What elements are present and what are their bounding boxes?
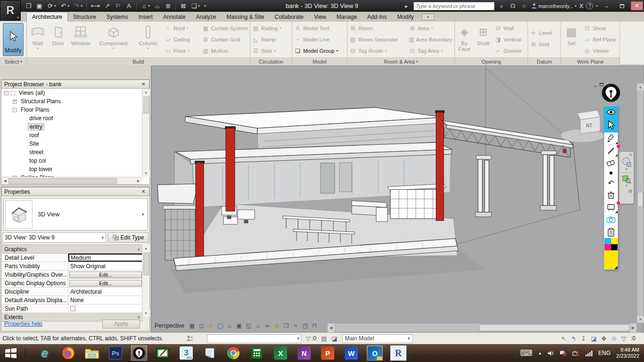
project-browser-tree[interactable]: -Views (all) +Structural Plans -Floor Pl… xyxy=(1,89,142,177)
room-button[interactable]: ⊠Room xyxy=(347,23,407,34)
default-3d-view-button[interactable]: ⌂▾ xyxy=(139,1,151,11)
panel-label-circulation[interactable]: Circulation xyxy=(250,58,292,65)
color-swatch-black[interactable] xyxy=(611,244,618,250)
set-work-plane-button[interactable]: ▦ Set xyxy=(561,23,582,57)
navigation-bar-close-icon[interactable]: ✕ xyxy=(629,153,634,157)
taskbar-screen-annotator[interactable] xyxy=(155,346,171,361)
show-analytical-model-icon[interactable]: ⌗ xyxy=(292,322,299,329)
battery-icon[interactable] xyxy=(572,350,579,356)
view-scale-label[interactable]: Perspective xyxy=(155,322,184,329)
whiteboard-button[interactable] xyxy=(604,201,618,214)
wall-button[interactable]: Wall▾ xyxy=(27,23,49,57)
workset-filter-icon[interactable]: ▽:0 xyxy=(306,335,316,342)
favorites-star-icon[interactable]: ☆ xyxy=(520,3,528,9)
section-graphics[interactable]: Graphics« xyxy=(1,245,143,254)
drag-elements-on-selection-icon[interactable]: ✥ xyxy=(601,335,606,342)
view-close-button[interactable]: ✕ xyxy=(606,83,611,89)
tab-annotate[interactable]: Annotate xyxy=(158,12,191,22)
taskbar-firefox[interactable] xyxy=(60,346,76,361)
tree-item-floor-plans[interactable]: -Floor Plans xyxy=(1,106,142,114)
visibility-graphics-edit-button[interactable]: Edit... xyxy=(69,272,142,278)
start-button[interactable] xyxy=(3,346,19,361)
hidden-icons-chevron[interactable]: ▲ xyxy=(538,351,542,355)
model-group-button[interactable]: ❏Model Group▾ xyxy=(292,45,347,57)
clock[interactable]: 9:48 AM 2/23/2022 xyxy=(616,347,639,359)
highlight-displacement-sets-icon[interactable]: ◳ xyxy=(302,322,309,329)
dots-grid-icon[interactable] xyxy=(23,346,29,361)
search-input[interactable] xyxy=(413,2,495,10)
text-button[interactable]: A xyxy=(124,1,134,11)
taskbar-internet-explorer[interactable]: e xyxy=(37,346,53,361)
detail-level-value[interactable]: Medium xyxy=(68,254,143,262)
reveal-constraints-icon[interactable]: ⊓ xyxy=(311,322,318,329)
viewer-button[interactable]: ◎Viewer xyxy=(582,45,619,57)
tab-modify[interactable]: Modify xyxy=(392,12,419,22)
tab-view[interactable]: View xyxy=(309,12,331,22)
tree-item-entry[interactable]: entry xyxy=(1,123,142,131)
tree-item-views-all[interactable]: -Views (all) xyxy=(1,89,142,97)
taskbar-powerpoint[interactable]: P xyxy=(320,346,336,361)
model-line-button[interactable]: ~Model Line xyxy=(292,34,347,45)
scroll-thumb[interactable] xyxy=(143,253,149,275)
close-icon[interactable]: ✕ xyxy=(140,81,147,87)
tab-structure[interactable]: Structure xyxy=(68,12,101,22)
taskbar-photoshop[interactable]: Ps xyxy=(107,346,124,361)
taskbar-excel[interactable]: X xyxy=(272,346,289,361)
tab-collaborate[interactable]: Collaborate xyxy=(270,12,309,22)
design-option-combo[interactable]: Main Model ▾ xyxy=(342,334,413,343)
sun-path-checkbox[interactable] xyxy=(70,306,75,311)
temporary-view-properties-icon[interactable]: ❒ xyxy=(283,322,290,329)
thin-lines-button[interactable]: ≣ xyxy=(163,1,173,11)
close-icon[interactable]: ✕ xyxy=(140,189,147,195)
signal-bars-icon[interactable] xyxy=(585,350,593,356)
sync-with-central-button[interactable]: ⟳▾ xyxy=(45,1,58,11)
current-color-swatch[interactable] xyxy=(604,250,618,269)
tree-item-roof[interactable]: roof xyxy=(1,131,142,140)
taskbar-onenote[interactable]: N xyxy=(296,346,312,361)
touch-keyboard-icon[interactable]: ⌨ xyxy=(520,348,532,358)
collapse-section-icon[interactable]: « xyxy=(136,248,141,250)
panel-label-model[interactable]: Model xyxy=(292,58,347,65)
visual-style-icon[interactable]: ◻ xyxy=(198,322,205,329)
tab-architecture[interactable]: Architecture xyxy=(26,12,68,22)
view-selector-combo[interactable]: 3D View: 3D View 9 ▾ xyxy=(2,232,106,243)
tree-item-top-tower[interactable]: top tower xyxy=(1,165,142,173)
shaft-button[interactable]: ⊞ Shaft xyxy=(474,23,493,57)
area-button[interactable]: ⊠Area▾ xyxy=(407,23,454,34)
ref-plane-button[interactable]: ▱Ref Plane xyxy=(582,34,619,45)
gear-icon[interactable]: ⚙ xyxy=(611,335,617,342)
taskbar-notepad[interactable] xyxy=(202,346,218,361)
close-hidden-windows-button[interactable]: ⊠ xyxy=(178,1,188,11)
railing-button[interactable]: ▤Railing▾ xyxy=(250,23,291,34)
view-cube[interactable]: NT xyxy=(560,107,607,146)
tab-manage[interactable]: Manage xyxy=(331,12,362,22)
panel-label-select[interactable]: Select▾ xyxy=(0,58,26,65)
taskbar-file-explorer[interactable] xyxy=(84,346,100,361)
screenshot-button[interactable] xyxy=(604,214,618,226)
modify-button[interactable]: Modify xyxy=(3,23,24,56)
select-links-icon[interactable]: ↖ xyxy=(561,335,566,342)
shadows-icon[interactable]: ◯ xyxy=(217,322,224,329)
active-workset-combo[interactable]: ▾ xyxy=(207,334,301,343)
taskbar-outlook[interactable]: O xyxy=(367,346,383,361)
vertical-opening-button[interactable]: ◨Vertical xyxy=(493,34,527,45)
temporary-hide-isolate-icon[interactable]: ∞ xyxy=(264,322,271,329)
panel-label-build[interactable]: Build xyxy=(27,58,250,65)
collapse-icon[interactable]: - xyxy=(4,91,8,95)
tree-item-drive-roof[interactable]: drive roof xyxy=(1,114,142,123)
steering-wheel-icon[interactable] xyxy=(621,157,632,167)
column-button[interactable]: Column▾ xyxy=(133,23,163,57)
volume-icon[interactable] xyxy=(547,350,554,356)
design-options-dialog-icon[interactable]: ▤ xyxy=(321,335,327,342)
application-menu-button[interactable]: R ▾ xyxy=(0,0,21,21)
scroll-thumb[interactable] xyxy=(8,178,117,184)
taskbar-revit[interactable]: R xyxy=(390,346,406,361)
redo-button[interactable]: ↷▾ xyxy=(72,1,84,11)
clear-annotations-button[interactable] xyxy=(604,189,618,201)
ramp-button[interactable]: ◺Ramp xyxy=(250,34,291,45)
sun-path-icon[interactable]: ☀ xyxy=(207,322,215,329)
chevron-down-icon[interactable]: ▾ xyxy=(139,212,147,217)
scroll-thumb[interactable] xyxy=(143,97,149,114)
mullion-button[interactable]: ▥Mullion xyxy=(200,45,250,57)
3d-model-canvas[interactable] xyxy=(152,66,638,324)
